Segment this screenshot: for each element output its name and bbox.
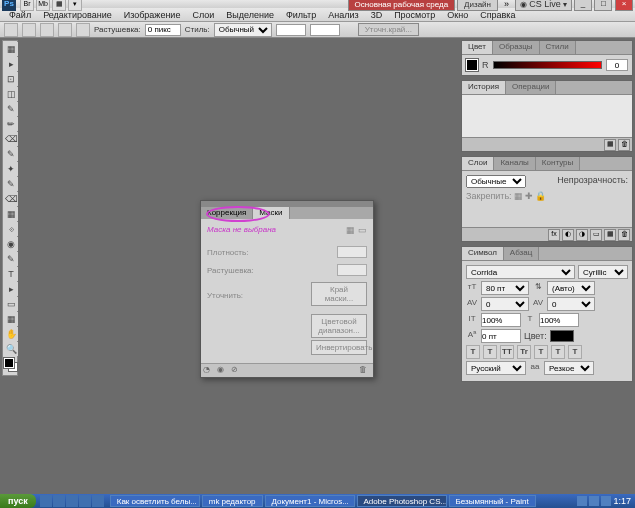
stamp-tool[interactable]: ✦ bbox=[4, 162, 18, 176]
task-item[interactable]: Документ1 - Micros... bbox=[265, 495, 355, 507]
marquee-tool[interactable]: ▸ bbox=[4, 57, 18, 71]
invert-button[interactable]: Инвертировать bbox=[311, 340, 367, 355]
hist-trash-icon[interactable]: 🗑 bbox=[618, 139, 630, 151]
height-input[interactable] bbox=[310, 24, 340, 36]
lang-select[interactable]: Русский bbox=[466, 361, 526, 375]
new-layer-icon[interactable]: ▦ bbox=[604, 229, 616, 241]
gradient-tool[interactable]: ▦ bbox=[4, 207, 18, 221]
tray-icon[interactable] bbox=[577, 496, 587, 506]
tab-masks[interactable]: Маски bbox=[253, 207, 289, 219]
task-item[interactable]: mk редактор bbox=[202, 495, 263, 507]
apply-mask-icon[interactable]: ◉ bbox=[217, 365, 229, 377]
lock-pos-icon[interactable]: ✚ bbox=[525, 191, 533, 201]
selmode-int-icon[interactable] bbox=[76, 23, 90, 37]
close-button[interactable]: × bbox=[615, 0, 633, 11]
tab-actions[interactable]: Операции bbox=[506, 81, 556, 94]
feather-input[interactable] bbox=[145, 24, 181, 36]
selmode-new-icon[interactable] bbox=[22, 23, 36, 37]
trash-icon[interactable]: 🗑 bbox=[618, 229, 630, 241]
tab-adjustments[interactable]: Коррекция bbox=[201, 207, 253, 219]
font-family-select[interactable]: Corrida bbox=[466, 265, 575, 279]
tab-swatches[interactable]: Образцы bbox=[493, 41, 540, 54]
history-brush-tool[interactable]: ✎ bbox=[4, 177, 18, 191]
disable-mask-icon[interactable]: ⊘ bbox=[231, 365, 243, 377]
tracking-select[interactable]: 0 bbox=[547, 297, 595, 311]
aa-select[interactable]: Резкое bbox=[544, 361, 594, 375]
hist-new-icon[interactable]: ▦ bbox=[604, 139, 616, 151]
tab-styles[interactable]: Стили bbox=[540, 41, 576, 54]
crop-tool[interactable]: ✎ bbox=[4, 102, 18, 116]
mask-icon[interactable]: ◐ bbox=[562, 229, 574, 241]
menu-select[interactable]: Выделение bbox=[221, 9, 279, 21]
font-size-select[interactable]: 80 пт bbox=[481, 281, 529, 295]
ql-icon[interactable] bbox=[66, 495, 78, 507]
menu-image[interactable]: Изображение bbox=[119, 9, 186, 21]
menu-layers[interactable]: Слои bbox=[187, 9, 219, 21]
menu-window[interactable]: Окно bbox=[442, 9, 473, 21]
clock[interactable]: 1:17 bbox=[613, 496, 631, 506]
dodge-tool[interactable]: ◉ bbox=[4, 237, 18, 251]
blur-tool[interactable]: ⟐ bbox=[4, 222, 18, 236]
tab-paragraph[interactable]: Абзац bbox=[504, 247, 539, 260]
refine-edge-button[interactable]: Уточн.край... bbox=[358, 23, 419, 36]
density-input[interactable] bbox=[337, 246, 367, 258]
vscale-input[interactable] bbox=[481, 313, 521, 327]
mask-edge-button[interactable]: Край маски... bbox=[311, 282, 367, 306]
fg-color[interactable] bbox=[4, 358, 14, 368]
sub-button[interactable]: T bbox=[551, 345, 565, 359]
heal-tool[interactable]: ⌫ bbox=[4, 132, 18, 146]
maximize-button[interactable]: □ bbox=[594, 0, 612, 11]
zoom-tool[interactable]: 🔍 bbox=[4, 342, 18, 356]
minimize-button[interactable]: _ bbox=[574, 0, 592, 11]
task-item[interactable]: Как осветлить белы... bbox=[110, 495, 200, 507]
group-icon[interactable]: ▭ bbox=[590, 229, 602, 241]
menu-analysis[interactable]: Анализ bbox=[323, 9, 363, 21]
smallcaps-button[interactable]: Tr bbox=[517, 345, 531, 359]
lock-pixels-icon[interactable]: ▦ bbox=[514, 191, 523, 201]
fx-icon[interactable]: fx bbox=[548, 229, 560, 241]
tab-paths[interactable]: Контуры bbox=[536, 157, 580, 170]
kerning-select[interactable]: 0 bbox=[481, 297, 529, 311]
task-item[interactable]: Adobe Photoshop CS... bbox=[357, 495, 447, 507]
pen-tool[interactable]: ✎ bbox=[4, 252, 18, 266]
adj-icon[interactable]: ◑ bbox=[576, 229, 588, 241]
ql-icon[interactable] bbox=[40, 495, 52, 507]
italic-button[interactable]: T bbox=[483, 345, 497, 359]
width-input[interactable] bbox=[276, 24, 306, 36]
color-swatches[interactable] bbox=[4, 358, 18, 374]
color-value-input[interactable] bbox=[606, 59, 628, 71]
tab-layers[interactable]: Слои bbox=[462, 157, 494, 170]
tray-icon[interactable] bbox=[589, 496, 599, 506]
eraser-tool[interactable]: ⌫ bbox=[4, 192, 18, 206]
strike-button[interactable]: T bbox=[568, 345, 582, 359]
trash-icon[interactable]: 🗑 bbox=[359, 365, 371, 377]
color-slider-bar[interactable] bbox=[493, 61, 603, 69]
tray-icon[interactable] bbox=[601, 496, 611, 506]
type-tool[interactable]: T bbox=[4, 267, 18, 281]
lock-all-icon[interactable]: 🔒 bbox=[535, 191, 546, 201]
ql-icon[interactable] bbox=[79, 495, 91, 507]
menu-filter[interactable]: Фильтр bbox=[281, 9, 321, 21]
menu-file[interactable]: Файл bbox=[4, 9, 36, 21]
color-range-button[interactable]: Цветовой диапазон... bbox=[311, 314, 367, 338]
hand-tool[interactable]: ✋ bbox=[4, 327, 18, 341]
selmode-sub-icon[interactable] bbox=[58, 23, 72, 37]
caps-button[interactable]: TT bbox=[500, 345, 514, 359]
tab-channels[interactable]: Каналы bbox=[494, 157, 535, 170]
tab-character[interactable]: Символ bbox=[462, 247, 504, 260]
move-tool[interactable]: ▦ bbox=[4, 42, 18, 56]
ql-icon[interactable] bbox=[92, 495, 104, 507]
ql-icon[interactable] bbox=[53, 495, 65, 507]
tab-color[interactable]: Цвет bbox=[462, 41, 493, 54]
leading-select[interactable]: (Авто) bbox=[547, 281, 595, 295]
bold-button[interactable]: T bbox=[466, 345, 480, 359]
font-style-select[interactable]: Cyrillic bbox=[578, 265, 628, 279]
path-tool[interactable]: ▸ bbox=[4, 282, 18, 296]
menu-view[interactable]: Просмотр bbox=[389, 9, 440, 21]
tab-history[interactable]: История bbox=[462, 81, 506, 94]
lasso-tool[interactable]: ⊡ bbox=[4, 72, 18, 86]
task-item[interactable]: Безымянный - Paint bbox=[449, 495, 536, 507]
pixel-mask-icon[interactable]: ▦ ▭ bbox=[346, 225, 367, 242]
feather-input[interactable] bbox=[337, 264, 367, 276]
menu-3d[interactable]: 3D bbox=[366, 9, 388, 21]
